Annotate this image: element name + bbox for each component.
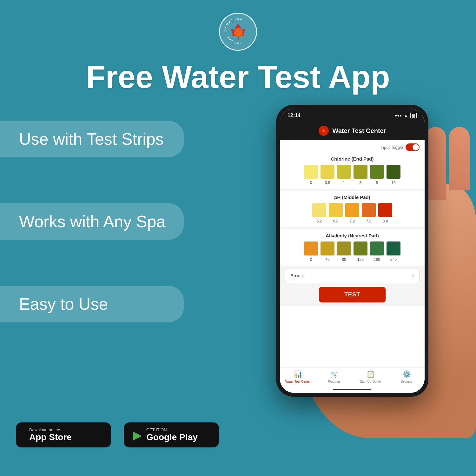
apple-store-text: Download on the App Store: [29, 427, 72, 442]
phone-notch: [330, 105, 374, 114]
bronte-value: Bronte: [290, 273, 304, 278]
feature-text-1: Use with Test Strips: [19, 129, 164, 149]
status-icons: ●●● ▲ ▓: [395, 113, 417, 118]
color-swatch[interactable]: [354, 165, 367, 179]
color-swatch[interactable]: [321, 165, 334, 179]
bronte-input-field[interactable]: Bronte ›: [285, 268, 420, 283]
phone-hand-area: 12:14 ●●● ▲ ▓ 🍁 Water Test Center Input …: [260, 89, 476, 438]
feature-text-2: Works with Any Spa: [19, 212, 165, 231]
feature-strip-2: Works with Any Spa: [0, 203, 184, 240]
ph-section: pH (Middle Pad) 6.2 6.8 7.2 7.8 8.4: [280, 191, 425, 227]
test-button[interactable]: TEST: [319, 287, 386, 302]
color-swatch[interactable]: [370, 241, 384, 255]
apple-store-small-text: Download on the: [29, 427, 72, 432]
label: 8.4: [378, 219, 392, 223]
apple-store-button[interactable]: Download on the App Store: [16, 422, 111, 447]
chlorine-title: Chlorine (End Pad): [285, 156, 420, 162]
chlorine-labels: 0 0.5 1 3 5 10: [285, 181, 420, 185]
color-swatch[interactable]: [354, 241, 367, 255]
color-swatch[interactable]: [329, 203, 343, 217]
label: 240: [387, 257, 400, 262]
app-content: Input Toggle Chlorine (End Pad): [280, 140, 425, 306]
products-icon: 🛒: [330, 370, 339, 379]
phone-screen: 12:14 ●●● ▲ ▓ 🍁 Water Test Center Input …: [280, 109, 425, 393]
startup-guide-icon: 📋: [366, 370, 375, 379]
nav-water-test[interactable]: 📊 Water Test Center: [280, 370, 316, 383]
color-swatch[interactable]: [304, 165, 318, 179]
color-swatch[interactable]: [345, 203, 359, 217]
logo-area: CANADIAN SPA CO. 🍁: [219, 13, 257, 51]
logo-circle: CANADIAN SPA CO. 🍁: [219, 13, 257, 51]
chevron-right-icon: ›: [412, 272, 414, 279]
nav-startup-guide[interactable]: 📋 Start Up Guide: [352, 370, 388, 383]
maple-leaf-icon: 🍁: [229, 23, 247, 40]
apple-store-large-text: App Store: [29, 432, 72, 442]
input-toggle-label: Input Toggle: [380, 145, 403, 150]
nav-settings-label: Settings: [401, 380, 412, 383]
app-logo: 🍁: [319, 126, 329, 136]
color-swatch[interactable]: [321, 241, 334, 255]
color-swatch[interactable]: [312, 203, 326, 217]
settings-icon: ⚙️: [402, 370, 411, 379]
alkalinity-title: Alkalinity (Nearest Pad): [285, 233, 420, 238]
alkalinity-labels: 0 40 80 120 180 240: [285, 257, 420, 262]
ph-color-row: [285, 203, 420, 217]
store-buttons-area: Download on the App Store ▶ GET IT ON Go…: [16, 422, 219, 447]
ph-title: pH (Middle Pad): [285, 195, 420, 200]
color-swatch[interactable]: [337, 165, 351, 179]
color-swatch[interactable]: [370, 165, 384, 179]
label: 180: [370, 257, 384, 262]
google-play-icon: ▶: [133, 428, 142, 442]
label: 0: [304, 257, 318, 262]
toggle-knob: [413, 144, 419, 150]
chlorine-section: Chlorine (End Pad) 0 0.5 1 3: [280, 152, 425, 189]
color-swatch[interactable]: [337, 241, 351, 255]
alkalinity-color-row: [285, 241, 420, 255]
app-header: 🍁 Water Test Center: [280, 122, 425, 140]
google-store-text: GET IT ON Google Play: [146, 427, 198, 442]
google-play-button[interactable]: ▶ GET IT ON Google Play: [124, 422, 219, 447]
nav-startup-label: Start Up Guide: [360, 380, 381, 383]
nav-settings[interactable]: ⚙️ Settings: [388, 370, 425, 383]
input-toggle-row: Input Toggle: [280, 140, 425, 152]
color-swatch[interactable]: [304, 241, 318, 255]
feature-strip-3: Easy to Use: [0, 286, 184, 322]
color-swatch[interactable]: [362, 203, 376, 217]
label: 1: [337, 181, 351, 185]
battery-icon: ▓: [410, 113, 417, 118]
app-header-title: Water Test Center: [333, 127, 386, 135]
nav-water-test-label: Water Test Center: [285, 380, 311, 383]
water-test-icon: 📊: [294, 370, 302, 379]
wifi-icon: ▲: [404, 113, 408, 118]
label: 3: [354, 181, 367, 185]
label: 120: [354, 257, 367, 262]
color-swatch[interactable]: [378, 203, 392, 217]
home-indicator: [333, 389, 371, 390]
status-time: 12:14: [288, 113, 301, 118]
nav-products[interactable]: 🛒 Products: [316, 370, 352, 383]
label: 40: [321, 257, 334, 262]
signal-icon: ●●●: [395, 113, 402, 118]
feature-strip-1: Use with Test Strips: [0, 121, 184, 157]
label: 7.2: [345, 219, 359, 223]
label: 80: [337, 257, 351, 262]
label: 0.5: [321, 181, 334, 185]
google-store-small-text: GET IT ON: [146, 427, 198, 432]
ph-labels: 6.2 6.8 7.2 7.8 8.4: [285, 219, 420, 223]
label: 0: [304, 181, 318, 185]
chlorine-color-row: [285, 165, 420, 179]
nav-products-label: Products: [328, 380, 340, 383]
alkalinity-section: Alkalinity (Nearest Pad) 0 40 80 120: [280, 229, 425, 266]
color-swatch[interactable]: [387, 241, 400, 255]
input-toggle-switch[interactable]: [406, 143, 420, 151]
color-swatch[interactable]: [387, 165, 400, 179]
phone-device: 12:14 ●●● ▲ ▓ 🍁 Water Test Center Input …: [276, 105, 428, 397]
label: 6.8: [329, 219, 343, 223]
feature-text-3: Easy to Use: [19, 294, 108, 314]
label: 6.2: [312, 219, 326, 223]
label: 7.8: [362, 219, 376, 223]
label: 5: [370, 181, 384, 185]
label: 10: [387, 181, 400, 185]
google-store-large-text: Google Play: [146, 432, 198, 442]
